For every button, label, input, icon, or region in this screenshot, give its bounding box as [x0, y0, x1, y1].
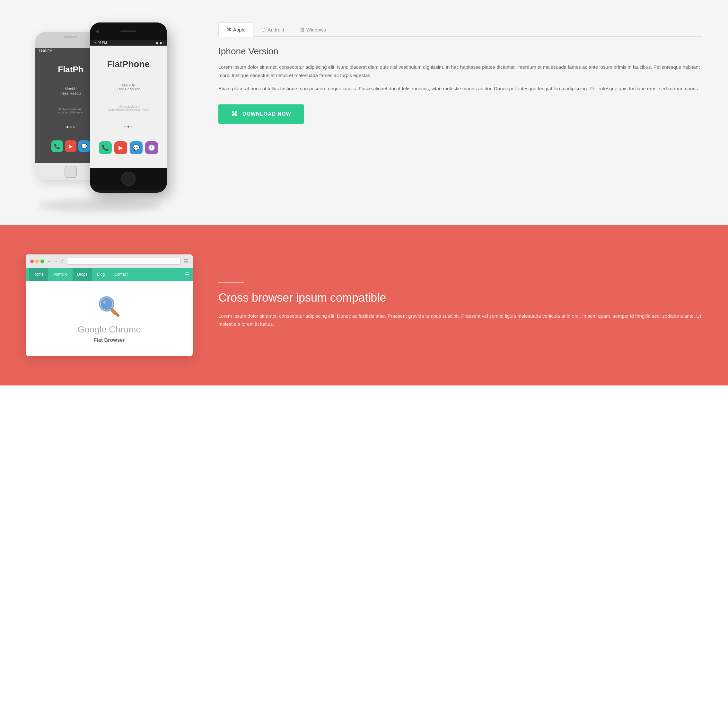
- version-title: Iphone Version: [219, 46, 702, 57]
- download-button[interactable]: ⌘ DOWNLOAD NOW: [219, 104, 304, 124]
- black-dot-3: [131, 126, 133, 127]
- download-apple-icon: ⌘: [231, 110, 238, 118]
- browser-menu-icon[interactable]: ☰: [184, 258, 188, 264]
- phone-black: 14:06 PM ▶ ■ ▪ FlatPhone MockUp Free Res…: [90, 23, 167, 193]
- nav-blog-label: Blog: [97, 272, 105, 277]
- description-paragraph-1: Lorem ipsum dolor sit amet, consectetur …: [219, 63, 702, 79]
- description-paragraph-2: Etiam placerat nunc ut tellus tristique,…: [219, 84, 702, 93]
- phone-black-bottom: [90, 168, 167, 190]
- phone-black-status: 14:06 PM ▶ ■ ▪: [90, 40, 167, 46]
- browser-search-icon: [96, 294, 122, 319]
- nav-home-label: Home: [34, 272, 44, 277]
- coral-title: Cross browser ipsum compatible: [219, 290, 702, 305]
- tab-windows-label: Windows: [306, 27, 326, 32]
- section-browser: ← → ↺ ☰ Home Portfolio Drops: [0, 225, 728, 386]
- white-mockup-line2: Free Resou: [61, 91, 81, 96]
- white-mockup-line1: MockU: [61, 87, 81, 91]
- black-icon-chat: 💬: [130, 141, 142, 154]
- white-mockup-label: MockU Free Resou: [61, 87, 81, 96]
- coral-divider: [219, 282, 244, 283]
- black-description: Fully-scalable andcustomizable vector PS…: [107, 105, 149, 112]
- white-app-name-text: FlatPh: [58, 64, 83, 74]
- phone-black-top: [90, 23, 167, 40]
- browser-content-area: Google Chrome Flat Browser: [26, 281, 193, 356]
- tab-apple[interactable]: ⌘ Apple: [219, 23, 253, 37]
- phone-black-speaker: [121, 31, 136, 32]
- dot-2: [70, 126, 72, 128]
- black-app-name: FlatPhone: [107, 59, 150, 69]
- black-mockup-line2: Free Resource: [117, 87, 140, 91]
- black-mockup-label: MockUp Free Resource: [117, 83, 140, 91]
- browser-dot-red: [30, 260, 34, 263]
- black-dot-2: [127, 126, 129, 127]
- browser-nav-drops[interactable]: Drops: [73, 268, 92, 281]
- coral-content-area: Cross browser ipsum compatible Lorem ips…: [219, 282, 702, 328]
- browser-dot-yellow: [35, 260, 39, 263]
- svg-point-2: [103, 300, 106, 303]
- browser-hamburger-icon[interactable]: ☰: [185, 271, 190, 277]
- browser-forward-btn[interactable]: →: [54, 259, 58, 264]
- black-icon-play: ▶: [114, 141, 127, 154]
- browser-chrome-bar: ← → ↺ ☰: [26, 254, 193, 268]
- dot-1: [66, 126, 69, 128]
- black-status-time: 14:06 PM: [93, 41, 107, 44]
- black-icon-clock: 🕐: [145, 141, 158, 154]
- download-button-label: DOWNLOAD NOW: [242, 111, 291, 117]
- browser-nav-portfolio[interactable]: Portfolio: [49, 268, 72, 281]
- browser-dot-green: [40, 260, 44, 263]
- phone-black-camera: [96, 30, 99, 33]
- black-app-icons: 📞 ▶ 💬 🕐: [99, 141, 158, 154]
- icon-phone: 📞: [51, 140, 63, 152]
- black-status-icons: ▶ ■ ▪: [156, 41, 164, 44]
- tab-windows[interactable]: ⊞ Windows: [292, 23, 334, 37]
- nav-contact-label: Contact: [114, 272, 127, 277]
- apple-icon: ⌘: [226, 27, 231, 32]
- browser-address-bar[interactable]: [67, 257, 180, 265]
- black-mockup-line1: MockUp: [117, 83, 140, 87]
- nav-portfolio-label: Portfolio: [53, 272, 67, 277]
- black-app-name-bold: Phone: [122, 59, 150, 69]
- black-dot-1: [124, 126, 126, 127]
- tab-android-label: Android: [268, 27, 284, 32]
- browser-back-btn[interactable]: ←: [47, 259, 52, 264]
- black-home-btn: [121, 172, 136, 186]
- tab-apple-label: Apple: [233, 27, 245, 32]
- windows-icon: ⊞: [300, 27, 304, 33]
- white-app-name: FlatPh: [58, 64, 83, 75]
- status-time: 14:06 PM: [38, 49, 52, 53]
- white-home-btn: [64, 166, 77, 178]
- browser-nav-blog[interactable]: Blog: [92, 268, 109, 281]
- browser-refresh-btn[interactable]: ↺: [60, 259, 64, 264]
- content-area: ⌘ Apple ⬡ Android ⊞ Windows Iphone Versi…: [219, 19, 702, 124]
- platform-tabs: ⌘ Apple ⬡ Android ⊞ Windows: [219, 23, 702, 37]
- phone-mockup-area: 14:06 PM ▶ ■ ▪ FlatPh MockU Free Resou F…: [26, 19, 193, 205]
- browser-traffic-lights: [30, 260, 44, 263]
- black-dots: [124, 126, 133, 127]
- browser-nav-home[interactable]: Home: [29, 268, 48, 281]
- white-app-icons: 📞 ▶ 💬: [51, 140, 90, 152]
- phone-speaker: [64, 36, 77, 38]
- browser-mockup-area: ← → ↺ ☰ Home Portfolio Drops: [26, 254, 193, 356]
- browser-app-name: Google Chrome: [77, 325, 141, 335]
- icon-play: ▶: [65, 140, 76, 152]
- browser-navbar: Home Portfolio Drops Blog Contact ☰: [26, 268, 193, 281]
- black-icon-phone: 📞: [99, 141, 112, 154]
- browser-nav-controls: ← → ↺: [47, 259, 64, 264]
- white-description: Fully-scalable andcustomizable vecto: [58, 107, 83, 114]
- phone-black-screen: FlatPhone MockUp Free Resource Fully-sca…: [90, 46, 167, 168]
- coral-description: Lorem ipsum dolor sit amet, consectetur …: [219, 312, 702, 328]
- browser-window: ← → ↺ ☰ Home Portfolio Drops: [26, 254, 193, 356]
- section-phones: 14:06 PM ▶ ■ ▪ FlatPh MockU Free Resou F…: [0, 0, 728, 225]
- dot-3: [73, 126, 75, 128]
- nav-drops-label: Drops: [77, 272, 87, 277]
- android-icon: ⬡: [262, 27, 266, 33]
- white-dots: [66, 126, 75, 128]
- svg-point-1: [101, 298, 112, 310]
- browser-nav-contact[interactable]: Contact: [110, 268, 132, 281]
- icon-chat: 💬: [78, 140, 90, 152]
- browser-app-sub: Flat Browser: [94, 337, 125, 343]
- tab-android[interactable]: ⬡ Android: [253, 23, 292, 37]
